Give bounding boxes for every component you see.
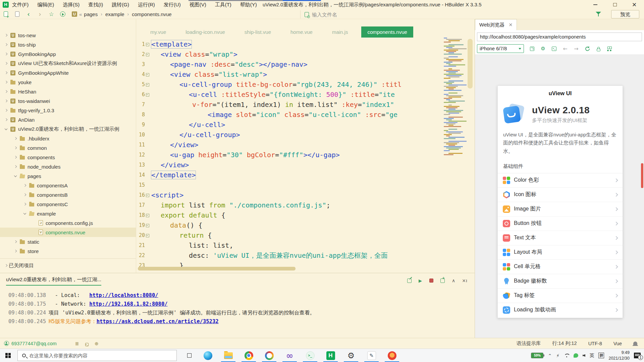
task-view-button[interactable] (181, 349, 198, 362)
tree-item-componentsB[interactable]: componentsB (0, 190, 136, 199)
tree-item-tos-ship[interactable]: Utos-ship (0, 40, 136, 49)
forward-icon[interactable]: › (34, 10, 46, 18)
panel-scrollbar-thumb[interactable] (641, 163, 643, 188)
chevron-right-icon[interactable] (3, 42, 9, 47)
code-line-15[interactable]: 15 (136, 180, 475, 190)
component-item-cell[interactable]: Cell 单元格 (498, 259, 623, 274)
outline-icon[interactable]: ≣ (75, 341, 79, 346)
chevron-right-icon[interactable] (22, 192, 28, 197)
run-icon[interactable] (57, 10, 68, 18)
back-icon[interactable]: ← (562, 46, 568, 52)
refresh-icon[interactable] (584, 46, 590, 52)
menu-item-5[interactable]: 运行(R) (138, 2, 155, 8)
code-line-13[interactable]: 13</view> (136, 160, 475, 170)
chevron-right-icon[interactable] (13, 145, 18, 150)
fold-marker-icon[interactable] (145, 210, 150, 220)
hbuilderx-taskbar-icon[interactable]: H (320, 349, 341, 362)
forward-icon[interactable]: → (573, 46, 579, 52)
code-line-22[interactable]: 22desc: 'uView UI，是全面兼容nvue的uni-app生态框架，… (136, 250, 475, 260)
terminal-icon[interactable]: >_ (85, 341, 89, 346)
chevron-down-icon[interactable] (22, 211, 28, 216)
editor-tab-home.vue[interactable]: home.vue (284, 26, 319, 38)
ime-indicator[interactable]: 拼 (598, 353, 604, 358)
code-line-20[interactable]: 20return { (136, 230, 475, 240)
url-input[interactable] (477, 33, 642, 41)
editor-tab-main.js[interactable]: main.js (326, 26, 354, 38)
star-icon[interactable]: ☆ (46, 10, 57, 18)
code-line-8[interactable]: 8<image slot="icon" class="u-cell-icon" … (136, 110, 475, 120)
tree-item-static[interactable]: static (0, 237, 136, 246)
code-line-17[interactable]: 17import list from "./components.config.… (136, 200, 475, 210)
chevron-up-icon[interactable]: ⌃ (548, 353, 552, 358)
menu-item-7[interactable]: 视图(V) (190, 2, 206, 8)
closed-projects[interactable]: 已关闭项目 (0, 261, 136, 270)
export-icon[interactable] (440, 278, 445, 283)
code-line-18[interactable]: 18export default { (136, 210, 475, 220)
browser-tab-close-icon[interactable]: ✕ (509, 22, 513, 27)
menu-item-9[interactable]: 帮助(Y) (240, 2, 257, 8)
tree-item-.hbuilderx[interactable]: .hbuilderx (0, 134, 136, 143)
tree-item-componentsA[interactable]: componentsA (0, 181, 136, 190)
fold-marker-icon[interactable] (145, 89, 150, 100)
close-icon[interactable]: ✕ (625, 0, 644, 9)
language-indicator[interactable]: 英 (589, 353, 594, 359)
editor-vertical-scrollbar[interactable] (468, 39, 473, 88)
fold-marker-icon[interactable] (145, 230, 150, 240)
component-item-tag[interactable]: Tag 标签 (498, 288, 623, 303)
file-search-input[interactable] (312, 12, 547, 17)
fold-marker-icon[interactable] (145, 49, 150, 59)
visual-studio-taskbar-icon[interactable]: ∞ (279, 349, 300, 362)
tree-item-components[interactable]: components (0, 153, 136, 162)
tree-item-HeShan[interactable]: HeShan (0, 87, 136, 96)
maximize-icon[interactable] (605, 0, 625, 9)
file-explorer-taskbar-icon[interactable] (218, 349, 238, 362)
code-line-6[interactable]: 6<u-cell :titleStyle="{fontWeight: 500}"… (136, 89, 475, 100)
code-line-4[interactable]: 4<view class="list-wrap"> (136, 69, 475, 79)
code-line-3[interactable]: 3<page-nav :desc="desc"></page-nav> (136, 59, 475, 69)
editor-tab-ship-list.vue[interactable]: ship-list.vue (238, 26, 277, 38)
fold-marker-icon[interactable] (145, 220, 150, 230)
wechat-tray-icon[interactable] (574, 353, 578, 358)
preview-button[interactable]: 预览 (611, 10, 639, 18)
tree-item-tos-new[interactable]: Utos-new (0, 31, 136, 40)
log-link[interactable]: http://192.168.1.82:8080/ (89, 301, 167, 307)
component-item-badge[interactable]: Badge 徽标数 (498, 274, 623, 288)
chevron-right-icon[interactable] (3, 89, 9, 94)
chevron-right-icon[interactable] (3, 70, 9, 75)
save-icon[interactable] (11, 10, 23, 18)
code-line-9[interactable]: 9</u-cell> (136, 120, 475, 130)
menu-item-6[interactable]: 发行(U) (164, 2, 181, 8)
component-item-image[interactable]: Image 图片 (498, 202, 623, 216)
code-line-21[interactable]: 21list: list, (136, 240, 475, 250)
chevron-right-icon[interactable] (3, 98, 9, 104)
collapse-icon[interactable]: ∧ (451, 278, 456, 283)
open-external-icon[interactable] (529, 46, 535, 52)
chevron-right-icon[interactable] (3, 61, 9, 66)
browser-tab[interactable]: Web浏览器 ✕ (475, 19, 517, 30)
wifi-icon[interactable] (564, 354, 569, 358)
editor-tab-components.nvue[interactable]: components.nvue (361, 26, 413, 38)
tree-item-example[interactable]: example (0, 209, 136, 218)
console-icon[interactable]: >_ (551, 46, 557, 52)
chevron-right-icon[interactable] (22, 183, 28, 188)
cursor-position[interactable]: 行:14 列:12 (552, 340, 577, 347)
notes-app-taskbar-icon[interactable]: ✎ (361, 349, 382, 362)
code-line-1[interactable]: 1<template> (136, 39, 475, 49)
tree-item-tos-waidanwei[interactable]: Utos-waidanwei (0, 96, 136, 106)
component-item-loading[interactable]: Loading 加载动画 (498, 303, 623, 317)
start-button[interactable] (0, 349, 16, 362)
menu-item-4[interactable]: 跳转(G) (112, 2, 129, 8)
fold-marker-icon[interactable] (145, 190, 150, 200)
chevron-down-icon[interactable] (13, 173, 18, 179)
tree-item-tfgg-verify_1.0.3[interactable]: tfgg-verify_1.0.3 (0, 106, 136, 115)
component-item-text[interactable]: Text 文本 (498, 231, 623, 245)
breadcrumb-item-1[interactable]: example (105, 11, 124, 17)
chevron-right-icon[interactable] (13, 164, 18, 169)
lock-icon[interactable] (595, 46, 601, 52)
component-item-layout[interactable]: Layout 布局 (498, 245, 623, 259)
tree-item-uView2.0重磅发布，利剑出鞘，一统江湖示例[interactable]: UuView2.0重磅发布，利剑出鞘，一统江湖示例 (0, 124, 136, 134)
account[interactable]: 693777447@qq.com (4, 341, 57, 346)
tree-item-AnDian[interactable]: UAnDian (0, 115, 136, 124)
chrome-taskbar-icon[interactable] (238, 349, 259, 362)
editor-horizontal-scrollbar[interactable] (138, 267, 296, 270)
